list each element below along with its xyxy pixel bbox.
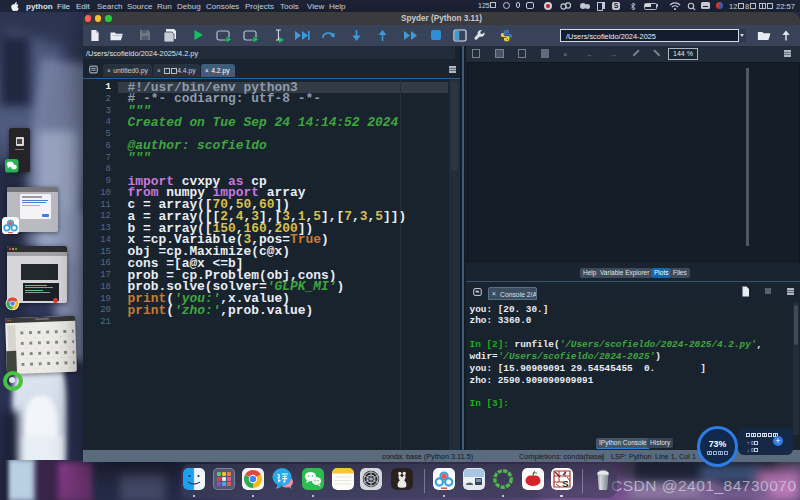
svg-text:S: S (562, 477, 568, 488)
